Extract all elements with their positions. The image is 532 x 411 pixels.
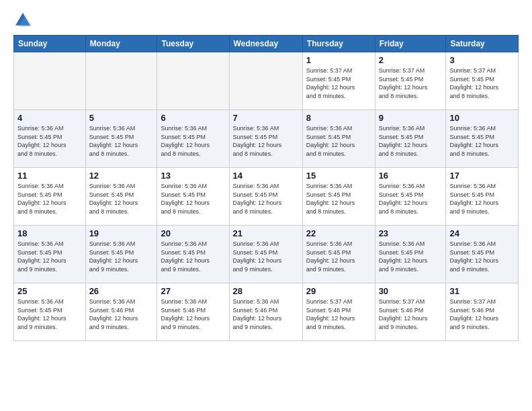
calendar-cell: 3Sunrise: 5:37 AM Sunset: 5:45 PM Daylig…	[446, 52, 519, 110]
calendar-cell: 20Sunrise: 5:36 AM Sunset: 5:45 PM Dayli…	[157, 226, 229, 283]
day-number: 8	[306, 113, 371, 123]
day-number: 1	[306, 55, 371, 65]
day-number: 9	[379, 113, 443, 123]
day-info: Sunrise: 5:36 AM Sunset: 5:45 PM Dayligh…	[89, 240, 154, 273]
calendar-cell: 14Sunrise: 5:36 AM Sunset: 5:45 PM Dayli…	[229, 168, 302, 226]
day-number: 16	[379, 171, 443, 181]
week-row-1: 1Sunrise: 5:37 AM Sunset: 5:45 PM Daylig…	[14, 52, 519, 110]
calendar-cell: 23Sunrise: 5:36 AM Sunset: 5:45 PM Dayli…	[375, 226, 446, 283]
day-number: 26	[89, 286, 154, 296]
calendar-cell: 15Sunrise: 5:36 AM Sunset: 5:45 PM Dayli…	[302, 168, 375, 226]
week-row-4: 18Sunrise: 5:36 AM Sunset: 5:45 PM Dayli…	[14, 226, 519, 283]
calendar-cell: 1Sunrise: 5:37 AM Sunset: 5:45 PM Daylig…	[302, 52, 375, 110]
day-number: 13	[161, 171, 225, 181]
day-info: Sunrise: 5:37 AM Sunset: 5:46 PM Dayligh…	[379, 298, 443, 331]
calendar-cell: 17Sunrise: 5:36 AM Sunset: 5:45 PM Dayli…	[446, 168, 519, 226]
calendar-cell: 8Sunrise: 5:36 AM Sunset: 5:45 PM Daylig…	[302, 110, 375, 168]
calendar-cell: 13Sunrise: 5:36 AM Sunset: 5:45 PM Dayli…	[157, 168, 229, 226]
calendar-cell: 27Sunrise: 5:36 AM Sunset: 5:46 PM Dayli…	[157, 283, 229, 341]
day-info: Sunrise: 5:37 AM Sunset: 5:45 PM Dayligh…	[306, 66, 371, 100]
day-info: Sunrise: 5:36 AM Sunset: 5:45 PM Dayligh…	[161, 182, 225, 216]
calendar-cell: 2Sunrise: 5:37 AM Sunset: 5:45 PM Daylig…	[375, 52, 446, 110]
calendar-cell: 10Sunrise: 5:36 AM Sunset: 5:45 PM Dayli…	[446, 110, 519, 168]
week-row-5: 25Sunrise: 5:36 AM Sunset: 5:45 PM Dayli…	[14, 283, 519, 341]
day-number: 14	[233, 171, 299, 181]
day-info: Sunrise: 5:36 AM Sunset: 5:45 PM Dayligh…	[233, 182, 299, 216]
weekday-header-row: SundayMondayTuesdayWednesdayThursdayFrid…	[14, 36, 519, 52]
day-number: 17	[449, 171, 515, 181]
day-number: 6	[161, 113, 225, 123]
day-number: 11	[17, 171, 82, 181]
logo	[13, 11, 35, 30]
day-info: Sunrise: 5:37 AM Sunset: 5:46 PM Dayligh…	[449, 298, 515, 331]
day-number: 20	[161, 228, 225, 238]
day-info: Sunrise: 5:37 AM Sunset: 5:45 PM Dayligh…	[449, 66, 515, 100]
calendar: SundayMondayTuesdayWednesdayThursdayFrid…	[13, 35, 519, 341]
day-number: 19	[89, 228, 154, 238]
calendar-cell: 11Sunrise: 5:36 AM Sunset: 5:45 PM Dayli…	[14, 168, 86, 226]
week-row-2: 4Sunrise: 5:36 AM Sunset: 5:45 PM Daylig…	[14, 110, 519, 168]
day-info: Sunrise: 5:36 AM Sunset: 5:45 PM Dayligh…	[233, 240, 299, 273]
day-number: 30	[379, 286, 443, 296]
day-info: Sunrise: 5:36 AM Sunset: 5:45 PM Dayligh…	[89, 182, 154, 216]
calendar-cell: 31Sunrise: 5:37 AM Sunset: 5:46 PM Dayli…	[446, 283, 519, 341]
day-number: 21	[233, 228, 299, 238]
day-info: Sunrise: 5:36 AM Sunset: 5:45 PM Dayligh…	[306, 182, 371, 216]
day-info: Sunrise: 5:36 AM Sunset: 5:45 PM Dayligh…	[306, 240, 371, 273]
day-number: 28	[233, 286, 299, 296]
day-info: Sunrise: 5:36 AM Sunset: 5:45 PM Dayligh…	[233, 124, 299, 158]
calendar-cell	[14, 52, 86, 110]
weekday-header-thursday: Thursday	[302, 36, 375, 52]
calendar-cell: 22Sunrise: 5:36 AM Sunset: 5:45 PM Dayli…	[302, 226, 375, 283]
calendar-cell: 18Sunrise: 5:36 AM Sunset: 5:45 PM Dayli…	[14, 226, 86, 283]
calendar-cell: 21Sunrise: 5:36 AM Sunset: 5:45 PM Dayli…	[229, 226, 302, 283]
day-info: Sunrise: 5:36 AM Sunset: 5:46 PM Dayligh…	[89, 298, 154, 331]
calendar-cell: 12Sunrise: 5:36 AM Sunset: 5:45 PM Dayli…	[85, 168, 157, 226]
weekday-header-wednesday: Wednesday	[229, 36, 302, 52]
day-number: 25	[17, 286, 82, 296]
weekday-header-sunday: Sunday	[14, 36, 86, 52]
page: SundayMondayTuesdayWednesdayThursdayFrid…	[0, 0, 532, 411]
day-info: Sunrise: 5:36 AM Sunset: 5:45 PM Dayligh…	[89, 124, 154, 158]
calendar-cell: 7Sunrise: 5:36 AM Sunset: 5:45 PM Daylig…	[229, 110, 302, 168]
calendar-cell: 29Sunrise: 5:37 AM Sunset: 5:46 PM Dayli…	[302, 283, 375, 341]
day-info: Sunrise: 5:36 AM Sunset: 5:45 PM Dayligh…	[161, 124, 225, 158]
day-number: 4	[17, 113, 82, 123]
calendar-cell: 26Sunrise: 5:36 AM Sunset: 5:46 PM Dayli…	[85, 283, 157, 341]
day-number: 2	[379, 55, 443, 65]
weekday-header-monday: Monday	[85, 36, 157, 52]
day-number: 3	[449, 55, 515, 65]
day-number: 24	[449, 228, 515, 238]
calendar-cell: 16Sunrise: 5:36 AM Sunset: 5:45 PM Dayli…	[375, 168, 446, 226]
calendar-cell: 9Sunrise: 5:36 AM Sunset: 5:45 PM Daylig…	[375, 110, 446, 168]
day-info: Sunrise: 5:36 AM Sunset: 5:45 PM Dayligh…	[161, 240, 225, 273]
day-info: Sunrise: 5:36 AM Sunset: 5:45 PM Dayligh…	[17, 124, 82, 158]
day-info: Sunrise: 5:36 AM Sunset: 5:45 PM Dayligh…	[449, 182, 515, 216]
calendar-cell: 4Sunrise: 5:36 AM Sunset: 5:45 PM Daylig…	[14, 110, 86, 168]
week-row-3: 11Sunrise: 5:36 AM Sunset: 5:45 PM Dayli…	[14, 168, 519, 226]
day-info: Sunrise: 5:36 AM Sunset: 5:45 PM Dayligh…	[379, 240, 443, 273]
calendar-cell: 6Sunrise: 5:36 AM Sunset: 5:45 PM Daylig…	[157, 110, 229, 168]
logo-icon	[13, 11, 32, 30]
day-number: 29	[306, 286, 371, 296]
day-number: 22	[306, 228, 371, 238]
day-info: Sunrise: 5:36 AM Sunset: 5:45 PM Dayligh…	[379, 124, 443, 158]
calendar-cell: 28Sunrise: 5:36 AM Sunset: 5:46 PM Dayli…	[229, 283, 302, 341]
weekday-header-saturday: Saturday	[446, 36, 519, 52]
calendar-cell: 5Sunrise: 5:36 AM Sunset: 5:45 PM Daylig…	[85, 110, 157, 168]
day-number: 23	[379, 228, 443, 238]
day-info: Sunrise: 5:36 AM Sunset: 5:45 PM Dayligh…	[17, 240, 82, 273]
calendar-cell: 19Sunrise: 5:36 AM Sunset: 5:45 PM Dayli…	[85, 226, 157, 283]
weekday-header-friday: Friday	[375, 36, 446, 52]
day-number: 12	[89, 171, 154, 181]
day-number: 10	[449, 113, 515, 123]
day-info: Sunrise: 5:36 AM Sunset: 5:45 PM Dayligh…	[306, 124, 371, 158]
day-number: 31	[449, 286, 515, 296]
header	[13, 11, 519, 30]
calendar-cell: 25Sunrise: 5:36 AM Sunset: 5:45 PM Dayli…	[14, 283, 86, 341]
calendar-cell: 24Sunrise: 5:36 AM Sunset: 5:45 PM Dayli…	[446, 226, 519, 283]
day-info: Sunrise: 5:36 AM Sunset: 5:45 PM Dayligh…	[379, 182, 443, 216]
day-number: 18	[17, 228, 82, 238]
day-info: Sunrise: 5:36 AM Sunset: 5:45 PM Dayligh…	[17, 182, 82, 216]
calendar-cell: 30Sunrise: 5:37 AM Sunset: 5:46 PM Dayli…	[375, 283, 446, 341]
